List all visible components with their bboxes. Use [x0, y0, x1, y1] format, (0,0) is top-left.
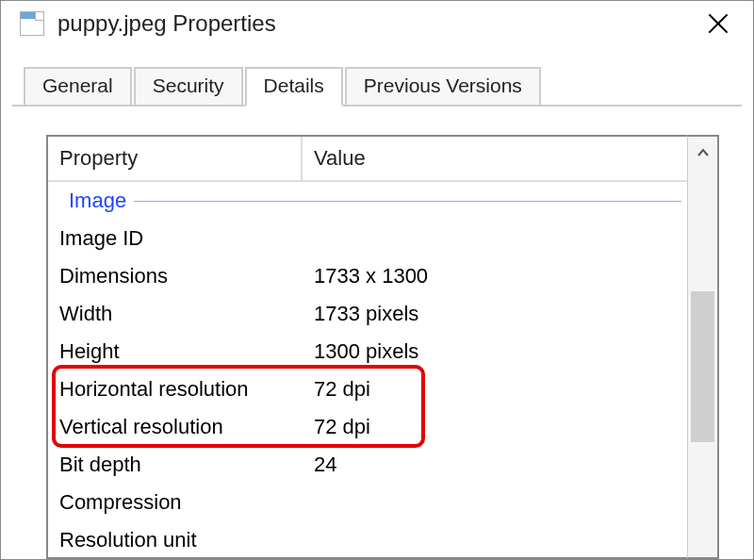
- val-width: 1733 pixels: [303, 295, 687, 333]
- tab-strip: General Security Details Previous Versio…: [24, 67, 753, 105]
- titlebar: puppy.jpeg Properties: [1, 1, 753, 46]
- column-property[interactable]: Property: [48, 137, 303, 182]
- table-row[interactable]: Dimensions 1733 x 1300: [48, 257, 687, 295]
- scrollbar-thumb[interactable]: [691, 291, 714, 442]
- prop-vertical-resolution: Vertical resolution: [48, 408, 303, 446]
- table-row[interactable]: Height 1300 pixels: [48, 333, 687, 371]
- val-resolution-unit: [303, 521, 687, 559]
- scrollbar-track[interactable]: [688, 169, 717, 557]
- val-compression: [303, 484, 687, 521]
- close-icon: [708, 13, 729, 34]
- column-value[interactable]: Value: [303, 137, 687, 182]
- val-image-id: [303, 220, 687, 257]
- section-label: Image: [69, 189, 126, 213]
- scroll-up-button[interactable]: [688, 137, 717, 169]
- column-headers: Property Value: [48, 137, 687, 182]
- table-row[interactable]: Resolution unit: [48, 521, 687, 559]
- table-row[interactable]: Compression: [48, 484, 687, 521]
- prop-dimensions: Dimensions: [48, 257, 303, 295]
- vertical-scrollbar[interactable]: [687, 135, 719, 559]
- prop-image-id: Image ID: [48, 220, 303, 257]
- prop-horizontal-resolution: Horizontal resolution: [48, 371, 303, 408]
- property-grid: Property Value Image Image ID Dimensions…: [46, 135, 687, 559]
- val-bit-depth: 24: [303, 446, 687, 484]
- val-horizontal-resolution: 72 dpi: [303, 371, 687, 408]
- tab-security[interactable]: Security: [134, 67, 243, 105]
- tab-previous-versions[interactable]: Previous Versions: [345, 67, 541, 105]
- properties-dialog: puppy.jpeg Properties General Security D…: [0, 0, 754, 560]
- prop-bit-depth: Bit depth: [48, 446, 303, 484]
- section-divider: [134, 201, 681, 202]
- table-row[interactable]: Horizontal resolution 72 dpi: [48, 371, 687, 408]
- image-file-icon: [20, 11, 44, 36]
- prop-compression: Compression: [48, 484, 303, 521]
- tab-details[interactable]: Details: [245, 67, 343, 107]
- table-row[interactable]: Bit depth 24: [48, 446, 687, 484]
- chevron-up-icon: [697, 148, 710, 157]
- tab-general[interactable]: General: [24, 67, 132, 105]
- section-image: Image: [48, 182, 687, 220]
- table-row[interactable]: Vertical resolution 72 dpi: [48, 408, 687, 446]
- val-dimensions: 1733 x 1300: [303, 257, 687, 295]
- prop-height: Height: [48, 333, 303, 371]
- tab-content-border: [12, 105, 742, 107]
- table-row[interactable]: Image ID: [48, 220, 687, 257]
- val-vertical-resolution: 72 dpi: [303, 408, 687, 446]
- table-row[interactable]: Width 1733 pixels: [48, 295, 687, 333]
- details-panel: Property Value Image Image ID Dimensions…: [46, 135, 719, 559]
- close-button[interactable]: [697, 2, 740, 45]
- prop-resolution-unit: Resolution unit: [48, 521, 303, 559]
- val-height: 1300 pixels: [303, 333, 687, 371]
- prop-width: Width: [48, 295, 303, 333]
- window-title: puppy.jpeg Properties: [57, 10, 697, 37]
